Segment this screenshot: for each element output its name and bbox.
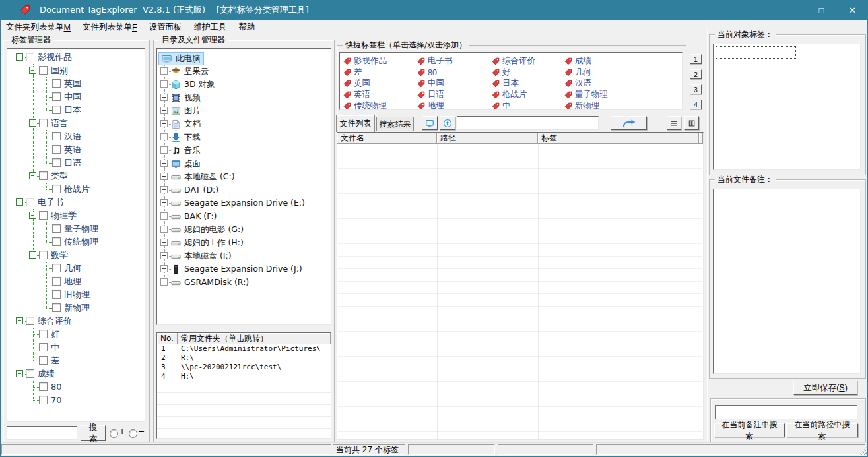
tag-checkbox[interactable] [52,106,61,114]
tag-checkbox[interactable] [52,79,61,88]
tag-checkbox[interactable] [52,237,61,246]
directory-item[interactable]: GSRAMDisk (R:) [157,276,331,289]
directory-item[interactable]: 本地磁盘 (I:) [157,249,331,262]
show-computer-button[interactable] [422,116,438,130]
go-up-button[interactable] [440,116,455,130]
quick-tag-page-button-1[interactable]: 1 [690,54,702,64]
tab-search-results[interactable]: 搜索结果 [376,117,414,131]
collapse-toggle-icon[interactable] [16,370,23,377]
directory-item[interactable]: 媳妇的电影 (G:) [157,223,331,236]
expand-toggle-icon[interactable] [160,80,168,88]
directory-item[interactable]: 3D 对象 [157,78,331,91]
quick-tag[interactable]: 中国 [417,78,492,89]
directory-item[interactable]: 音乐 [157,144,331,157]
menu-item-帮助[interactable]: 帮助 [233,20,261,35]
tag-checkbox[interactable] [39,251,48,259]
tag-tree-item[interactable]: 日本 [7,104,145,117]
directory-item[interactable]: 视频 [157,91,331,104]
collapse-toggle-icon[interactable] [29,67,36,74]
tag-tree-item[interactable]: 电子书 [7,196,145,209]
tag-tree-item[interactable]: 语言 [7,117,145,130]
quick-tag[interactable]: 枪战片 [492,89,564,100]
tag-tree-item[interactable]: 成绩 [7,367,145,381]
expand-toggle-icon[interactable] [160,160,168,167]
search-in-note-button[interactable]: 在当前备注中搜索 [714,423,785,437]
tag-checkbox[interactable] [39,343,48,351]
tag-search-button[interactable]: 搜索 [81,425,106,441]
quick-tag[interactable]: 影视作品 [343,55,417,67]
quick-tag[interactable]: 英语 [343,89,417,100]
tag-checkbox[interactable] [39,382,48,391]
collapse-toggle-icon[interactable] [29,251,36,259]
tag-checkbox[interactable] [52,277,61,286]
jump-button[interactable] [611,116,647,130]
expand-toggle-icon[interactable] [160,133,168,140]
tag-tree-item[interactable]: 80 [7,381,145,394]
search-in-path-button[interactable]: 在当前路径中搜索 [786,423,858,437]
tab-file-list[interactable]: 文件列表 [336,115,375,132]
tag-checkbox[interactable] [39,330,48,338]
tag-tree-item[interactable]: 综合评价 [7,315,145,328]
directory-item[interactable]: BAK (F:) [157,210,331,223]
minimize-button[interactable]: — [775,0,806,20]
save-now-button[interactable]: 立即保存(S) [793,381,857,395]
tag-tree-item[interactable]: 国别 [7,64,145,77]
tag-checkbox[interactable] [39,396,48,404]
tag-checkbox[interactable] [26,198,34,206]
directory-item[interactable]: 文档 [157,117,331,131]
quick-tag[interactable]: 好 [492,67,564,78]
directory-item[interactable]: 此电脑 [157,51,331,65]
expand-toggle-icon[interactable] [160,239,168,246]
tag-checkbox[interactable] [52,185,61,193]
expand-toggle-icon[interactable] [160,67,168,75]
tag-search-input[interactable] [7,426,77,440]
tag-tree-item[interactable]: 英语 [7,143,145,156]
menu-item-维护工具[interactable]: 维护工具 [188,20,233,35]
expand-toggle-icon[interactable] [160,265,168,272]
expand-toggle-icon[interactable] [160,212,168,220]
selected-directory-item[interactable]: 此电脑 [158,52,204,65]
directory-item[interactable]: 坚果云 [157,65,331,78]
tag-tree-item[interactable]: 枪战片 [7,183,145,196]
file-note-textarea[interactable] [713,189,861,374]
column-view-button[interactable] [684,116,699,130]
tag-checkbox[interactable] [52,264,61,272]
tag-checkbox[interactable] [39,211,48,220]
common-folders-table[interactable]: No. 常用文件夹（单击跳转） 1C:\Users\Administrator\… [156,332,331,439]
menu-item-设置面板[interactable]: 设置面板 [143,20,188,35]
quick-tag[interactable]: 差 [343,67,417,78]
expand-toggle-icon[interactable] [160,226,168,233]
expand-toggle-icon[interactable] [160,146,168,154]
common-folder-row[interactable]: 4H:\ [157,372,331,381]
tag-checkbox[interactable] [39,356,48,365]
quick-tag[interactable]: 传统物理 [343,100,417,111]
tag-tree-item[interactable]: 英国 [7,77,145,90]
expand-toggle-icon[interactable] [160,199,168,206]
quick-tag[interactable]: 电子书 [417,55,492,67]
quick-tag[interactable]: 综合评价 [492,55,564,67]
current-tags-list[interactable] [713,44,861,170]
menu-item-文件夹列表菜单[interactable]: 文件夹列表菜单M [0,20,77,35]
column-header-folder[interactable]: 常用文件夹（单击跳转） [178,333,331,344]
tag-tree-item[interactable]: 汉语 [7,130,145,143]
menu-item-文件列表菜单[interactable]: 文件列表菜单F [77,20,143,35]
tag-checkbox[interactable] [52,303,61,312]
note-search-input[interactable] [715,405,857,419]
tag-tree-item[interactable]: 传统物理 [7,235,145,249]
tag-checkbox[interactable] [52,145,61,154]
quick-tag[interactable]: 新物理 [564,100,682,111]
directory-item[interactable]: 图片 [157,104,331,117]
file-filter-input[interactable] [457,116,599,130]
quick-tag[interactable]: 量子物理 [564,89,682,100]
quick-tag[interactable]: 英国 [343,78,417,89]
directory-tree[interactable]: 此电脑坚果云3D 对象视频图片文档下载音乐桌面本地磁盘 (C:)DAT (D:)… [156,48,331,325]
expand-toggle-icon[interactable] [160,278,168,286]
common-folder-row[interactable]: 3\\pc-20200212lrcc\test\ [157,363,331,372]
tag-tree-item[interactable]: 影视作品 [7,51,145,64]
close-button[interactable]: ✕ [837,0,868,20]
tag-tree-item[interactable]: 数学 [7,249,145,262]
quick-tag-page-button-2[interactable]: 2 [690,69,702,79]
directory-item[interactable]: 下载 [157,131,331,144]
tag-tree-item[interactable]: 中国 [7,90,145,104]
expand-toggle-icon[interactable] [160,107,168,114]
